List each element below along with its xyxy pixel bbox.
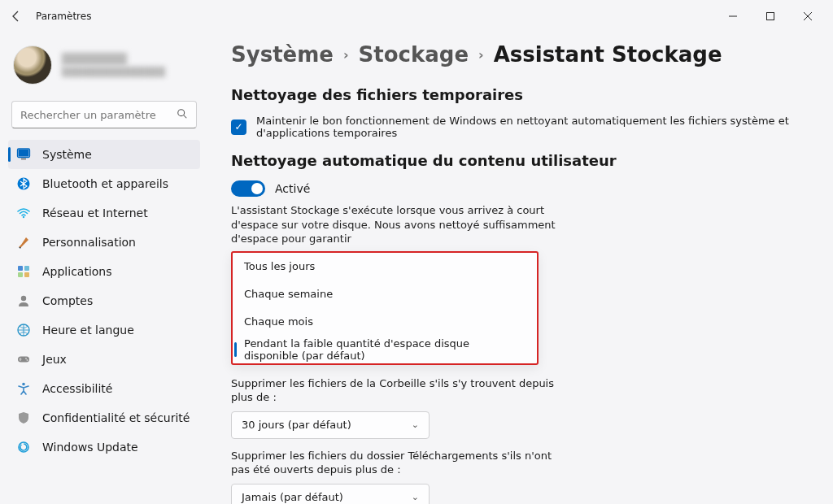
sidebar-item-system[interactable]: Système xyxy=(8,140,200,169)
sidebar-item-label: Bluetooth et appareils xyxy=(42,177,168,190)
downloads-select[interactable]: Jamais (par défaut) ⌄ xyxy=(231,484,430,504)
svg-point-17 xyxy=(27,359,28,361)
sidebar-item-personalization[interactable]: Personnalisation xyxy=(8,228,200,257)
sidebar-item-label: Personnalisation xyxy=(42,236,136,249)
sidebar-item-label: Jeux xyxy=(42,353,67,366)
recycle-bin-select[interactable]: 30 jours (par défaut) ⌄ xyxy=(231,411,430,439)
gamepad-icon xyxy=(16,352,31,367)
sidebar-item-label: Accessibilité xyxy=(42,382,112,395)
sidebar-item-update[interactable]: Windows Update xyxy=(8,432,200,462)
sidebar-item-bluetooth[interactable]: Bluetooth et appareils xyxy=(8,169,200,198)
svg-rect-12 xyxy=(24,272,29,277)
sidebar-nav: Système Bluetooth et appareils Réseau et… xyxy=(8,140,200,462)
svg-point-8 xyxy=(23,216,24,218)
svg-rect-1 xyxy=(767,13,774,20)
schedule-option-weekly[interactable]: Chaque semaine xyxy=(233,280,537,308)
chevron-down-icon: ⌄ xyxy=(412,492,419,502)
schedule-option-monthly[interactable]: Chaque mois xyxy=(233,308,537,336)
svg-rect-11 xyxy=(18,272,23,277)
recycle-bin-value: 30 jours (par défaut) xyxy=(242,419,351,431)
back-arrow-icon xyxy=(10,10,23,23)
schedule-option-lowspace-default[interactable]: Pendant la faible quantité d'espace disq… xyxy=(233,336,537,363)
svg-rect-5 xyxy=(19,150,29,157)
apps-icon xyxy=(16,264,31,279)
section-heading-tempfiles: Nettoyage des fichiers temporaires xyxy=(231,86,810,103)
sidebar-item-time-language[interactable]: Heure et langue xyxy=(8,315,200,345)
maximize-icon xyxy=(766,12,774,20)
toggle-label: Activé xyxy=(275,182,310,195)
svg-rect-6 xyxy=(21,159,26,160)
minimize-button[interactable] xyxy=(714,3,752,29)
left-panel: ████████ ███████████████ Système Bluetoo… xyxy=(0,33,208,504)
section-heading-usercontent: Nettoyage automatique du contenu utilisa… xyxy=(231,152,810,169)
person-icon xyxy=(16,293,31,308)
wifi-icon xyxy=(16,206,31,220)
titlebar: Paramètres xyxy=(0,0,833,33)
chevron-right-icon: › xyxy=(478,47,484,63)
sidebar-item-label: Heure et langue xyxy=(42,324,134,337)
search-input[interactable] xyxy=(20,109,177,121)
sidebar-item-label: Système xyxy=(42,148,92,161)
avatar xyxy=(13,46,52,85)
schedule-option-daily[interactable]: Tous les jours xyxy=(233,253,537,280)
sidebar-item-network[interactable]: Réseau et Internet xyxy=(8,198,200,228)
profile-block[interactable]: ████████ ███████████████ xyxy=(8,39,200,98)
window-title: Paramètres xyxy=(36,11,91,22)
sidebar-item-accessibility[interactable]: Accessibilité xyxy=(8,374,200,403)
monitor-icon xyxy=(16,147,31,162)
chevron-down-icon: ⌄ xyxy=(412,419,419,430)
bluetooth-icon xyxy=(16,176,31,191)
sidebar-item-label: Comptes xyxy=(42,294,93,307)
sidebar-item-accounts[interactable]: Comptes xyxy=(8,286,200,315)
svg-point-16 xyxy=(25,358,27,359)
sidebar-item-apps[interactable]: Applications xyxy=(8,257,200,286)
sidebar-item-label: Réseau et Internet xyxy=(42,206,148,219)
paintbrush-icon xyxy=(16,235,31,250)
close-icon xyxy=(804,12,812,20)
sidebar-item-label: Applications xyxy=(42,265,112,278)
breadcrumb-storage[interactable]: Stockage xyxy=(359,42,469,67)
profile-email: ███████████████ xyxy=(62,67,165,77)
sidebar-item-gaming[interactable]: Jeux xyxy=(8,345,200,374)
svg-line-3 xyxy=(184,115,187,118)
svg-rect-9 xyxy=(18,266,23,271)
chevron-right-icon: › xyxy=(343,47,349,63)
checkbox-checked-icon[interactable]: ✓ xyxy=(231,119,246,135)
downloads-label: Supprimer les fichiers du dossier Téléch… xyxy=(231,449,556,477)
profile-name: ████████ xyxy=(62,53,165,65)
recycle-bin-label: Supprimer les fichiers de la Corbeille s… xyxy=(231,376,556,405)
svg-point-2 xyxy=(178,109,185,115)
svg-point-13 xyxy=(21,296,26,301)
main-content: Système › Stockage › Assistant Stockage … xyxy=(208,33,833,504)
globe-clock-icon xyxy=(16,323,31,337)
accessibility-icon xyxy=(16,381,31,396)
minimize-icon xyxy=(729,12,737,20)
schedule-dropdown-listbox[interactable]: Tous les jours Chaque semaine Chaque moi… xyxy=(231,251,539,365)
maximize-button[interactable] xyxy=(752,3,789,29)
storage-sense-toggle[interactable] xyxy=(231,180,265,197)
sidebar-item-privacy[interactable]: Confidentialité et sécurité xyxy=(8,403,200,432)
search-icon xyxy=(177,108,188,122)
sidebar-item-label: Confidentialité et sécurité xyxy=(42,411,190,424)
search-box[interactable] xyxy=(11,101,197,128)
checkbox-label: Maintenir le bon fonctionnement de Windo… xyxy=(256,115,810,139)
close-button[interactable] xyxy=(789,3,826,29)
svg-point-18 xyxy=(22,383,25,386)
shield-icon xyxy=(16,411,31,425)
page-title: Assistant Stockage xyxy=(494,42,722,67)
sidebar-item-label: Windows Update xyxy=(42,441,138,454)
svg-rect-10 xyxy=(24,266,29,271)
update-icon xyxy=(16,440,31,454)
breadcrumb: Système › Stockage › Assistant Stockage xyxy=(231,42,810,67)
back-button[interactable] xyxy=(7,7,26,26)
temp-files-checkbox-row[interactable]: ✓ Maintenir le bon fonctionnement de Win… xyxy=(231,115,810,139)
storage-sense-description: L'assistant Stockage s'exécute lorsque v… xyxy=(231,203,556,246)
downloads-value: Jamais (par défaut) xyxy=(242,491,343,503)
breadcrumb-system[interactable]: Système xyxy=(231,42,334,67)
